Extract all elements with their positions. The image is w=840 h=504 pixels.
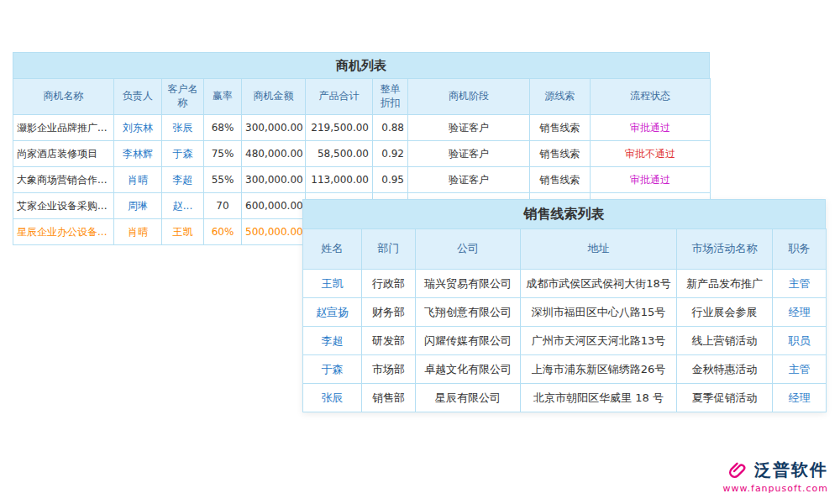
column-header: 产品合计 [306, 79, 373, 115]
vendor-url: www.fanpusoft.com [723, 483, 828, 494]
status-cell[interactable]: 审批不通过 [591, 141, 711, 167]
column-header: 商机阶段 [408, 79, 530, 115]
column-header: 流程状态 [591, 79, 711, 115]
header-row: 姓名部门公司地址市场活动名称职务 [303, 229, 827, 270]
table-cell: 新产品发布推广 [677, 270, 773, 298]
opportunity-table-title: 商机列表 [13, 52, 710, 78]
table-cell: 飞翔创意有限公司 [416, 298, 521, 327]
link-cell[interactable]: 王凯 [303, 270, 362, 298]
link-cell[interactable]: 张辰 [162, 115, 204, 141]
link-cell[interactable]: 王凯 [162, 219, 204, 245]
link-cell[interactable]: 于森 [303, 355, 362, 384]
link-cell[interactable]: 周琳 [114, 193, 162, 219]
leads-grid: 姓名部门公司地址市场活动名称职务 王凯行政部瑞兴贸易有限公司成都市武侯区武侯祠大… [302, 228, 827, 412]
table-row: 赵宣扬财务部飞翔创意有限公司深圳市福田区中心八路15号行业展会参展经理 [303, 298, 827, 327]
link-cell[interactable]: 肖晴 [114, 167, 162, 193]
table-cell: 大象商场营销合作... [13, 167, 114, 193]
leads-table: 销售线索列表 姓名部门公司地址市场活动名称职务 王凯行政部瑞兴贸易有限公司成都市… [302, 199, 826, 412]
link-cell[interactable]: 赵... [162, 193, 204, 219]
table-cell: 113,000.00 [306, 167, 373, 193]
table-cell: 瑞兴贸易有限公司 [416, 270, 521, 298]
link-cell[interactable]: 赵宣扬 [303, 298, 362, 327]
table-cell: 验证客户 [408, 115, 530, 141]
table-cell: 灏影企业品牌推广... [13, 115, 114, 141]
table-cell: 验证客户 [408, 167, 530, 193]
table-cell: 财务部 [362, 298, 416, 327]
leads-table-title: 销售线索列表 [302, 199, 826, 228]
column-header: 市场活动名称 [677, 229, 773, 270]
link-cell[interactable]: 经理 [773, 298, 827, 327]
table-cell: 卓越文化有限公司 [416, 355, 521, 384]
link-cell[interactable]: 张辰 [303, 384, 362, 412]
column-header: 负责人 [114, 79, 162, 115]
paperclip-icon [727, 459, 749, 481]
column-header: 地址 [521, 229, 677, 270]
link-cell[interactable]: 肖晴 [114, 219, 162, 245]
table-row: 灏影企业品牌推广...刘东林张辰68%300,000.00219,500.000… [13, 115, 711, 141]
table-cell: 68% [204, 115, 242, 141]
table-cell: 深圳市福田区中心八路15号 [521, 298, 677, 327]
table-cell: 0.95 [373, 167, 408, 193]
table-row: 王凯行政部瑞兴贸易有限公司成都市武侯区武侯祠大街18号新产品发布推广主管 [303, 270, 827, 298]
status-cell[interactable]: 审批通过 [591, 167, 711, 193]
table-row: 于森市场部卓越文化有限公司上海市浦东新区锦绣路26号金秋特惠活动主管 [303, 355, 827, 384]
table-cell: 480,000.00 [242, 141, 306, 167]
column-header: 商机金额 [242, 79, 306, 115]
table-cell: 219,500.00 [306, 115, 373, 141]
link-cell[interactable]: 经理 [773, 384, 827, 412]
table-cell: 70 [204, 193, 242, 219]
column-header: 商机名称 [13, 79, 114, 115]
table-cell: 销售线索 [530, 167, 591, 193]
table-cell: 300,000.00 [242, 115, 306, 141]
column-header: 赢率 [204, 79, 242, 115]
link-cell[interactable]: 于森 [162, 141, 204, 167]
table-cell: 星辰有限公司 [416, 384, 521, 412]
column-header: 职务 [773, 229, 827, 270]
link-cell[interactable]: 刘东林 [114, 115, 162, 141]
table-cell: 艾家企业设备采购... [13, 193, 114, 219]
table-cell: 行业展会参展 [677, 298, 773, 327]
column-header: 公司 [416, 229, 521, 270]
table-cell: 北京市朝阳区华威里 18 号 [521, 384, 677, 412]
column-header: 姓名 [303, 229, 362, 270]
table-cell: 行政部 [362, 270, 416, 298]
table-row: 大象商场营销合作...肖晴李超55%300,000.00113,000.000.… [13, 167, 711, 193]
table-cell: 线上营销活动 [677, 327, 773, 355]
vendor-name: 泛普软件 [754, 459, 828, 481]
column-header: 客户名称 [162, 79, 204, 115]
table-cell: 销售线索 [530, 141, 591, 167]
link-cell[interactable]: 李超 [303, 327, 362, 355]
table-cell: 尚家酒店装修项目 [13, 141, 114, 167]
table-cell: 300,000.00 [242, 167, 306, 193]
column-header: 源线索 [530, 79, 591, 115]
link-cell[interactable]: 职员 [773, 327, 827, 355]
table-cell: 58,500.00 [306, 141, 373, 167]
column-header: 整单折扣 [373, 79, 408, 115]
table-row: 李超研发部闪耀传媒有限公司广州市天河区天河北路13号线上营销活动职员 [303, 327, 827, 355]
table-cell: 60% [204, 219, 242, 245]
table-cell: 500,000.00 [242, 219, 306, 245]
table-cell: 金秋特惠活动 [677, 355, 773, 384]
table-cell: 市场部 [362, 355, 416, 384]
link-cell[interactable]: 主管 [773, 355, 827, 384]
table-cell: 55% [204, 167, 242, 193]
table-cell: 星辰企业办公设备... [13, 219, 114, 245]
table-cell: 成都市武侯区武侯祠大街18号 [521, 270, 677, 298]
status-cell[interactable]: 审批通过 [591, 115, 711, 141]
link-cell[interactable]: 主管 [773, 270, 827, 298]
table-cell: 验证客户 [408, 141, 530, 167]
table-cell: 广州市天河区天河北路13号 [521, 327, 677, 355]
table-cell: 0.88 [373, 115, 408, 141]
table-cell: 闪耀传媒有限公司 [416, 327, 521, 355]
table-cell: 0.92 [373, 141, 408, 167]
link-cell[interactable]: 李超 [162, 167, 204, 193]
table-cell: 75% [204, 141, 242, 167]
table-row: 尚家酒店装修项目李林辉于森75%480,000.0058,500.000.92验… [13, 141, 711, 167]
vendor-logo: 泛普软件 www.fanpusoft.com [723, 459, 828, 494]
link-cell[interactable]: 李林辉 [114, 141, 162, 167]
table-cell: 600,000.00 [242, 193, 306, 219]
header-row: 商机名称负责人客户名称赢率商机金额产品合计整单折扣商机阶段源线索流程状态 [13, 79, 711, 115]
table-cell: 研发部 [362, 327, 416, 355]
table-row: 张辰销售部星辰有限公司北京市朝阳区华威里 18 号夏季促销活动经理 [303, 384, 827, 412]
table-cell: 夏季促销活动 [677, 384, 773, 412]
